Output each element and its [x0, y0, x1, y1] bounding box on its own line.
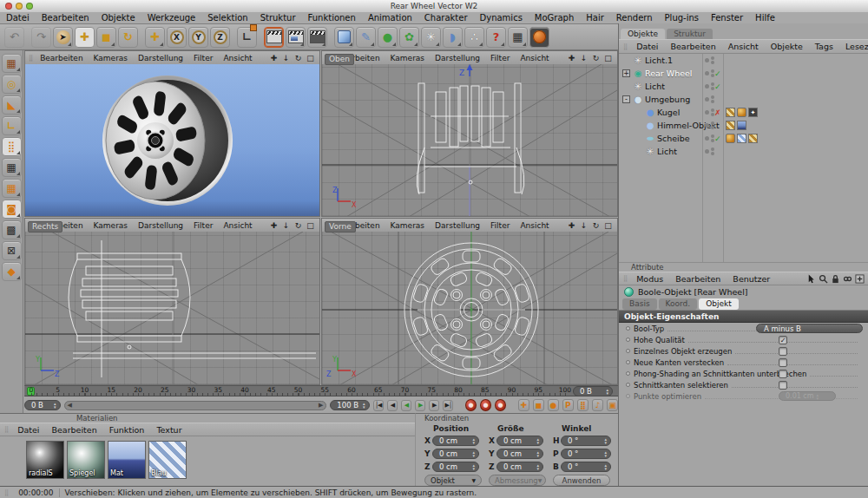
viewport-top-canvas[interactable]: Z ZX — [322, 64, 617, 216]
zoom-view-icon[interactable]: ↓ — [578, 53, 589, 63]
record-parameter-button[interactable]: P — [562, 399, 574, 411]
viewport-menu-darstellung[interactable]: Darstellung — [430, 54, 485, 62]
menu-hilfe[interactable]: Hilfe — [749, 13, 781, 23]
live-selection-button[interactable]: ➤ — [53, 27, 73, 48]
objects-menu-bearbeiten[interactable]: Bearbeiten — [665, 42, 722, 51]
property-bullet-icon[interactable] — [626, 371, 630, 376]
add-particles-button[interactable]: ∴ — [464, 27, 484, 48]
pan-view-icon[interactable]: ✚ — [566, 53, 577, 63]
property-bullet-icon[interactable] — [626, 326, 630, 331]
next-key-button[interactable]: ▶ — [429, 400, 439, 411]
render-view-button[interactable] — [264, 27, 284, 48]
texture-tag-icon[interactable] — [748, 134, 758, 143]
rotate-view-icon[interactable]: ↻ — [590, 53, 602, 63]
stepper-icon[interactable]: ▴▾ — [472, 450, 475, 457]
collapse-icon[interactable]: - — [622, 95, 630, 103]
hohe-qualität-checkbox[interactable]: ✓ — [779, 336, 787, 344]
last-used-tool-button[interactable]: ✚ — [145, 27, 165, 48]
play-forwards-button[interactable]: ▶ — [415, 400, 425, 411]
menu-charakter[interactable]: Charakter — [418, 13, 474, 23]
help-tool-button[interactable]: ? — [486, 27, 506, 48]
stepper-icon[interactable]: ▴▾ — [604, 463, 607, 470]
add-modeling-object-button[interactable]: ✿ — [399, 27, 419, 48]
arrow-icon[interactable] — [806, 274, 816, 284]
menu-bearbeiten[interactable]: Bearbeiten — [36, 13, 95, 23]
make-editable-button[interactable]: ▦ — [2, 54, 22, 73]
coord-field-winkel-p[interactable]: 0 °▴▾ — [561, 449, 611, 459]
add-primitive-cube-button[interactable] — [334, 27, 354, 48]
materials-menu-funktion[interactable]: Funktion — [103, 425, 151, 435]
stepper-icon[interactable]: ▴▾ — [472, 437, 475, 444]
goto-end-button[interactable]: ▶│ — [443, 400, 453, 411]
attributes-menu-benutzer[interactable]: Benutzer — [727, 274, 776, 284]
sound-toggle-button[interactable]: ♪ — [592, 399, 603, 411]
coord-field-größe-x[interactable]: 0 cm▴▾ — [496, 436, 543, 446]
viewport-menu-kameras[interactable]: Kameras — [89, 221, 133, 230]
enabled-check-icon[interactable]: ✓ — [714, 69, 721, 78]
menu-plug-ins[interactable]: Plug-ins — [659, 13, 705, 23]
material-spiegel[interactable]: Spiegel — [67, 441, 105, 479]
rotate-view-icon[interactable]: ↻ — [293, 220, 304, 231]
viewport-menu-filter[interactable]: Filter — [485, 54, 515, 62]
enabled-check-icon[interactable]: ✓ — [714, 82, 721, 91]
stepper-icon[interactable]: ▴▾ — [536, 437, 539, 444]
pan-view-icon[interactable]: ✚ — [268, 53, 279, 63]
property-bullet-icon[interactable] — [626, 383, 630, 387]
viewport-menu-kameras[interactable]: Kameras — [89, 54, 133, 62]
zoom-view-icon[interactable]: ↓ — [280, 53, 292, 63]
record-pla-button[interactable]: ⣿ — [577, 399, 589, 411]
timeline-scrollbar[interactable]: ◀▶ — [64, 401, 327, 410]
menu-animation[interactable]: Animation — [362, 13, 418, 23]
texture-axis-mode-button[interactable]: ◙ — [2, 200, 22, 219]
materials-menu-datei[interactable]: Datei — [11, 425, 45, 435]
menu-rendern[interactable]: Rendern — [610, 13, 659, 23]
uv-mode-button[interactable]: ▩ — [2, 220, 22, 239]
sky-image-tag-icon[interactable] — [737, 121, 746, 130]
enabled-check-icon[interactable]: ✓ — [714, 134, 721, 143]
coordinate-system-button[interactable]: ∟ — [237, 27, 257, 48]
add-icon[interactable] — [855, 274, 865, 284]
maximize-view-icon[interactable]: □ — [305, 220, 316, 231]
menu-fenster[interactable]: Fenster — [705, 13, 749, 23]
layout-globe-button[interactable] — [529, 27, 549, 48]
viewport-perspective-canvas[interactable] — [25, 64, 319, 216]
viewport-right-canvas[interactable]: YZ — [25, 232, 319, 384]
render-settings-button[interactable] — [307, 27, 327, 48]
record-keyframe-button[interactable]: ● — [465, 399, 477, 411]
record-scale-button[interactable]: ◼ — [533, 399, 544, 411]
tab-objekte[interactable]: Objekte — [621, 29, 665, 39]
schnittkanten-selektieren-checkbox[interactable] — [779, 381, 787, 390]
viewport-menu-darstellung[interactable]: Darstellung — [133, 54, 188, 62]
move-tool-button[interactable]: ✚ — [75, 27, 95, 48]
menu-hair[interactable]: Hair — [580, 13, 610, 23]
add-scene-object-button[interactable]: ◗ — [443, 27, 463, 48]
texture-tag-icon[interactable] — [726, 121, 735, 130]
model-mode-button[interactable]: ◎ — [2, 75, 22, 94]
viewport-menu-ansicht[interactable]: Ansicht — [218, 221, 257, 230]
coord-field-winkel-h[interactable]: 0 °▴▾ — [561, 436, 611, 446]
scroll-left-icon[interactable]: ◀ — [68, 402, 72, 409]
menu-werkzeuge[interactable]: Werkzeuge — [141, 13, 202, 23]
scroll-right-icon[interactable]: ▶ — [319, 402, 323, 409]
texture-mode-button[interactable]: ◣ — [2, 95, 22, 115]
einzelnes-objekt-erzeugen-checkbox[interactable] — [779, 347, 787, 356]
add-deformer-button[interactable]: ✳ — [421, 27, 441, 48]
stepper-icon[interactable]: ▴▾ — [54, 402, 56, 409]
maximize-view-icon[interactable]: □ — [305, 53, 316, 63]
coord-field-größe-z[interactable]: 0 cm▴▾ — [496, 462, 543, 472]
search-icon[interactable] — [819, 274, 828, 284]
property-bullet-icon[interactable] — [626, 337, 630, 342]
zoom-view-icon[interactable]: ↓ — [578, 220, 589, 231]
stepper-icon[interactable]: ▴▾ — [536, 463, 539, 470]
pan-view-icon[interactable]: ✚ — [566, 220, 577, 231]
lock-x-axis-button[interactable]: X — [167, 27, 187, 48]
rotate-view-icon[interactable]: ↻ — [293, 53, 304, 63]
tree-item-licht[interactable]: ✳Licht✓ — [619, 80, 868, 93]
tree-item-rear-wheel[interactable]: +◉Rear Wheel✓ — [619, 67, 868, 80]
attribute-tab-objekt[interactable]: Objekt — [699, 298, 739, 310]
viewport-menu-ansicht[interactable]: Ansicht — [515, 221, 554, 230]
points-mode-button[interactable]: ⣿ — [2, 137, 22, 156]
coordinate-mode-dropdown[interactable]: Objekt▼ — [424, 475, 482, 486]
viewport-menu-filter[interactable]: Filter — [485, 221, 515, 230]
add-spline-button[interactable]: ✎ — [356, 27, 376, 48]
